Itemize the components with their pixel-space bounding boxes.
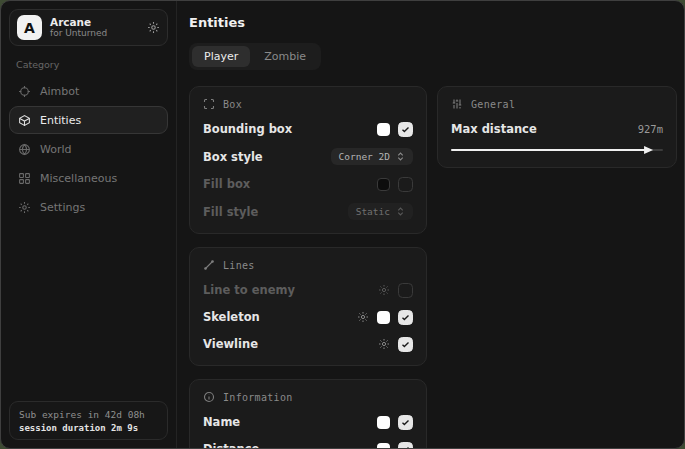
- sliders-icon: [451, 98, 463, 110]
- chevron-up-down-icon: [396, 207, 405, 216]
- category-label: Category: [16, 59, 161, 70]
- sidebar: A Arcane for Unturned Category A: [1, 1, 177, 448]
- gear-icon[interactable]: [357, 311, 369, 323]
- general-section-card: General Max distance 927m: [437, 86, 677, 168]
- app-name: Arcane: [50, 16, 139, 28]
- cube-icon: [18, 114, 31, 127]
- sidebar-item-settings[interactable]: Settings: [9, 193, 168, 221]
- row-box-style: Box style Corner 2D: [203, 148, 413, 165]
- chevron-up-down-icon: [396, 152, 405, 161]
- tab-player[interactable]: Player: [192, 46, 250, 67]
- max-distance-value: 927m: [638, 123, 663, 135]
- row-line-to-enemy: Line to enemy: [203, 282, 413, 298]
- color-swatch[interactable]: [377, 443, 390, 449]
- sidebar-item-world[interactable]: World: [9, 135, 168, 163]
- line-to-enemy-checkbox[interactable]: [398, 283, 413, 298]
- sidebar-item-label: World: [40, 143, 72, 156]
- sidebar-item-label: Settings: [40, 201, 85, 214]
- distance-checkbox[interactable]: [398, 442, 413, 449]
- row-fill-box: Fill box: [203, 176, 413, 192]
- session-duration-text: session duration 2m 9s: [19, 423, 158, 433]
- box-style-dropdown[interactable]: Corner 2D: [331, 148, 413, 165]
- sidebar-item-label: Entities: [40, 114, 81, 127]
- fill-box-checkbox[interactable]: [398, 177, 413, 192]
- tab-zombie[interactable]: Zombie: [252, 46, 318, 67]
- row-bounding-box: Bounding box: [203, 121, 413, 137]
- slider-thumb[interactable]: [644, 146, 653, 154]
- row-max-distance: Max distance 927m: [451, 121, 663, 137]
- info-icon: [203, 391, 215, 403]
- row-fill-style: Fill style Static: [203, 203, 413, 220]
- main-panel: Entities Player Zombie Box: [177, 1, 685, 448]
- section-title-information: Information: [223, 392, 293, 403]
- sub-expiry-text: Sub expires in 42d 08h: [19, 409, 158, 420]
- subscription-card: Sub expires in 42d 08h session duration …: [9, 401, 168, 440]
- color-swatch[interactable]: [377, 416, 390, 429]
- color-swatch[interactable]: [377, 311, 390, 324]
- gear-icon: [18, 201, 31, 214]
- color-swatch[interactable]: [377, 123, 390, 136]
- gear-icon[interactable]: [378, 284, 390, 296]
- max-distance-slider[interactable]: [451, 146, 663, 154]
- row-skeleton: Skeleton: [203, 309, 413, 325]
- box-section-card: Box Bounding box Box style: [189, 86, 427, 234]
- gear-icon[interactable]: [147, 21, 160, 34]
- bounding-box-icon: [203, 98, 215, 110]
- entity-tabs: Player Zombie: [189, 43, 321, 70]
- crosshair-icon: [18, 85, 31, 98]
- color-swatch[interactable]: [377, 178, 390, 191]
- arcane-window: A Arcane for Unturned Category A: [0, 0, 685, 449]
- globe-icon: [18, 143, 31, 156]
- sidebar-item-label: Aimbot: [40, 85, 79, 98]
- row-distance: Distance: [203, 441, 413, 449]
- gear-icon[interactable]: [378, 338, 390, 350]
- app-logo: A: [17, 15, 42, 40]
- sidebar-item-label: Miscellaneous: [40, 172, 117, 185]
- name-checkbox[interactable]: [398, 415, 413, 430]
- lines-section-card: Lines Line to enemy Skeleton: [189, 247, 427, 366]
- bounding-box-checkbox[interactable]: [398, 122, 413, 137]
- viewline-checkbox[interactable]: [398, 337, 413, 352]
- page-title: Entities: [189, 15, 677, 30]
- grid-icon: [18, 172, 31, 185]
- row-name: Name: [203, 414, 413, 430]
- app-subtitle: for Unturned: [50, 28, 139, 38]
- sidebar-item-aimbot[interactable]: Aimbot: [9, 77, 168, 105]
- section-title-box: Box: [223, 99, 242, 110]
- sidebar-nav: Aimbot Entities World: [9, 77, 168, 221]
- fill-style-dropdown[interactable]: Static: [348, 203, 413, 220]
- app-header-card: A Arcane for Unturned: [9, 9, 168, 46]
- row-viewline: Viewline: [203, 336, 413, 352]
- sidebar-item-entities[interactable]: Entities: [9, 106, 168, 134]
- information-section-card: Information Name Distance: [189, 379, 427, 449]
- sidebar-item-miscellaneous[interactable]: Miscellaneous: [9, 164, 168, 192]
- diagonal-line-icon: [203, 259, 215, 271]
- section-title-lines: Lines: [223, 260, 255, 271]
- section-title-general: General: [471, 99, 515, 110]
- skeleton-checkbox[interactable]: [398, 310, 413, 325]
